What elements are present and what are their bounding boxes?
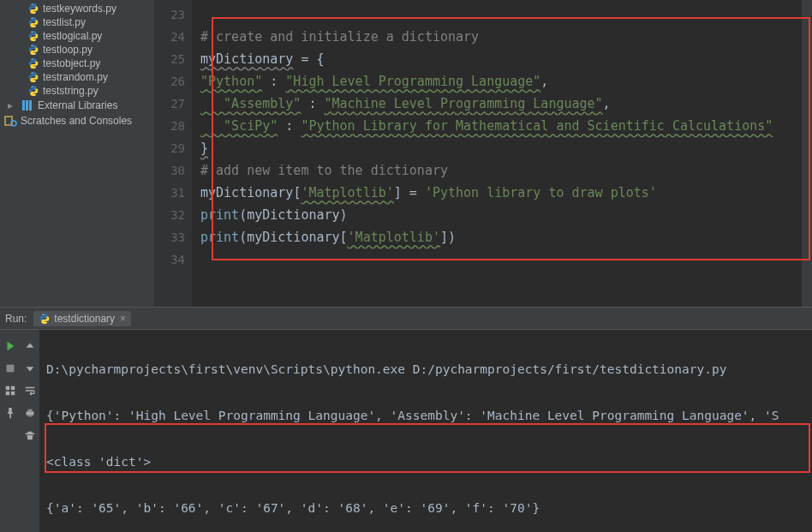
file-item[interactable]: testlist.py xyxy=(0,15,154,29)
python-file-icon xyxy=(27,44,39,56)
line-number: 24 xyxy=(154,26,185,48)
svg-point-8 xyxy=(32,59,33,60)
code-line xyxy=(200,248,807,271)
soft-wrap-button[interactable] xyxy=(21,381,39,400)
line-number: 31 xyxy=(154,182,185,204)
svg-rect-14 xyxy=(22,100,25,111)
scratches-and-consoles[interactable]: Scratches and Consoles xyxy=(0,113,154,129)
code-line: # create and initialize a dictionary xyxy=(200,26,807,48)
svg-point-7 xyxy=(34,53,35,54)
svg-rect-25 xyxy=(10,392,14,395)
svg-point-6 xyxy=(32,45,33,46)
console-output[interactable]: D:\pycharmprojects\first\venv\Scripts\py… xyxy=(39,330,812,532)
python-file-icon xyxy=(27,16,39,28)
code-line: myDictionary['Matplotlib'] = 'Python lib… xyxy=(200,182,807,204)
line-number: 28 xyxy=(154,115,185,137)
code-editor[interactable]: 23 24 25 26 27 28 29 30 31 32 33 34 # cr… xyxy=(154,0,812,307)
code-line: myDictionary = { xyxy=(200,48,807,70)
scratches-icon xyxy=(3,115,17,127)
editor-gutter: 23 24 25 26 27 28 29 30 31 32 33 34 xyxy=(154,0,192,307)
code-line: "SciPy" : "Python Library for Mathematic… xyxy=(200,115,807,137)
svg-point-1 xyxy=(34,12,35,13)
library-icon xyxy=(21,99,34,111)
svg-point-13 xyxy=(34,94,35,95)
file-item[interactable]: teststring.py xyxy=(0,84,154,98)
svg-point-3 xyxy=(34,26,35,27)
run-panel-header: Run: testdictionary × xyxy=(0,307,812,329)
run-label: Run: xyxy=(5,313,27,325)
svg-point-9 xyxy=(34,67,35,68)
pin-button[interactable] xyxy=(1,403,20,422)
svg-point-11 xyxy=(34,81,35,81)
code-line: "Assembly" : "Machine Level Programming … xyxy=(200,93,807,115)
python-file-icon xyxy=(39,313,51,325)
code-line: # add new item to the dictionary xyxy=(200,159,807,182)
svg-point-12 xyxy=(32,87,33,87)
svg-rect-23 xyxy=(10,386,14,390)
svg-rect-28 xyxy=(27,415,32,417)
svg-point-19 xyxy=(43,314,44,314)
clear-button[interactable] xyxy=(21,426,39,445)
run-panel: D:\pycharmprojects\first\venv\Scripts\py… xyxy=(0,329,812,532)
file-item[interactable]: testloop.py xyxy=(0,43,154,57)
line-number: 34 xyxy=(154,248,185,271)
code-line: } xyxy=(200,137,807,159)
restore-layout-button[interactable] xyxy=(1,381,20,400)
editor-scrollbar[interactable] xyxy=(802,0,812,307)
svg-rect-15 xyxy=(26,100,28,111)
svg-rect-16 xyxy=(29,100,32,111)
svg-rect-22 xyxy=(5,386,9,390)
line-number: 30 xyxy=(154,159,185,182)
line-number: 23 xyxy=(154,3,185,26)
file-label: testrandom.py xyxy=(43,71,108,83)
file-label: testloop.py xyxy=(43,44,93,56)
svg-point-10 xyxy=(32,73,33,74)
svg-rect-27 xyxy=(27,409,32,412)
line-number: 25 xyxy=(154,48,185,70)
python-file-icon xyxy=(27,30,39,42)
run-toolbar xyxy=(0,330,39,532)
line-number: 29 xyxy=(154,137,185,159)
file-item[interactable]: testobject.py xyxy=(0,57,154,70)
svg-point-2 xyxy=(32,18,33,19)
python-file-icon xyxy=(27,57,39,69)
file-label: testlist.py xyxy=(43,16,86,28)
scratches-label: Scratches and Consoles xyxy=(21,115,132,127)
external-libraries-label: External Libraries xyxy=(38,99,117,111)
file-item[interactable]: testrandom.py xyxy=(0,70,154,84)
run-tab[interactable]: testdictionary × xyxy=(33,311,131,326)
python-file-icon xyxy=(27,3,39,15)
file-item[interactable]: testkeywords.py xyxy=(0,2,154,15)
console-line: D:\pycharmprojects\first\venv\Scripts\py… xyxy=(46,358,805,381)
project-sidebar[interactable]: testkeywords.py testlist.py testlogical.… xyxy=(0,0,154,307)
console-line: {'Python': 'High Level Programming Langu… xyxy=(46,404,805,427)
svg-point-20 xyxy=(45,322,46,323)
rerun-button[interactable] xyxy=(1,337,20,356)
code-line: "Python" : "High Level Programming Langu… xyxy=(200,70,807,93)
file-item[interactable]: testlogical.py xyxy=(0,29,154,43)
file-label: testkeywords.py xyxy=(43,3,116,15)
console-line: {'a': '65', 'b': '66', 'c': '67', 'd': '… xyxy=(46,497,805,520)
svg-point-5 xyxy=(34,39,35,40)
python-file-icon xyxy=(27,71,39,83)
console-line: <class 'dict'> xyxy=(46,451,805,474)
file-label: testobject.py xyxy=(43,57,100,69)
external-libraries[interactable]: ▸ External Libraries xyxy=(0,98,154,113)
file-label: teststring.py xyxy=(43,85,99,97)
line-number: 33 xyxy=(154,226,185,248)
scroll-up-button[interactable] xyxy=(21,337,39,356)
svg-rect-24 xyxy=(5,392,9,395)
scroll-down-button[interactable] xyxy=(21,359,39,378)
line-number: 32 xyxy=(154,204,185,226)
line-number: 26 xyxy=(154,70,185,93)
python-file-icon xyxy=(27,85,39,97)
stop-button[interactable] xyxy=(1,359,20,378)
svg-point-4 xyxy=(32,32,33,33)
chevron-right-icon: ▸ xyxy=(3,99,17,111)
close-icon[interactable]: × xyxy=(120,313,126,325)
run-tab-label: testdictionary xyxy=(54,313,115,325)
print-button[interactable] xyxy=(21,403,39,422)
code-line: print(myDictionary['Matplotlib']) xyxy=(200,226,807,248)
code-line xyxy=(200,3,807,26)
code-area[interactable]: # create and initialize a dictionary myD… xyxy=(192,0,812,307)
